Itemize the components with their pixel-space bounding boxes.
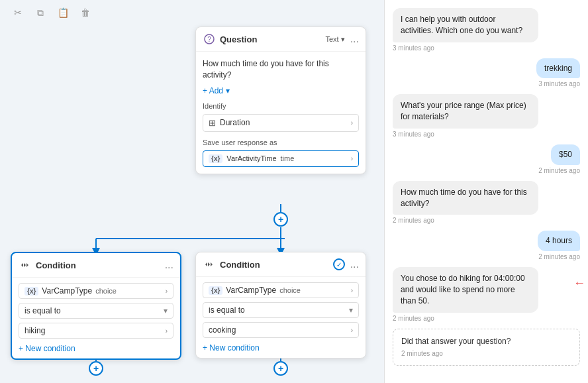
question-card: ? Question Text ▾ ... How much time do y… [195, 27, 366, 174]
cond-right-value-text: cooking [209, 325, 236, 335]
chat-row-7: You chose to do hiking for 04:00:00 and … [393, 267, 580, 321]
paste-icon[interactable]: 📋 [56, 5, 70, 20]
chat-row-3: What's your price range (Max price) for … [393, 94, 580, 138]
condition-left-menu[interactable]: ... [165, 259, 173, 271]
identify-value: Duration [220, 118, 250, 127]
add-button[interactable]: + Add ▾ [203, 86, 359, 95]
identify-label: Identify [203, 102, 359, 110]
chat-bottom-card: Did that answer your question? 2 minutes… [393, 329, 580, 366]
condition-right-menu[interactable]: ... [350, 258, 359, 270]
chat-row-2: trekking 3 minutes ago [393, 58, 580, 88]
plus-button-junction[interactable]: + [273, 212, 288, 227]
save-label: Save user response as [203, 138, 359, 146]
identify-row[interactable]: ⊞ Duration › [203, 114, 359, 132]
chat-time-5: 2 minutes ago [393, 217, 580, 224]
cond-right-equals-label: is equal to [209, 305, 245, 315]
var-name: VarActivityTime [226, 154, 276, 162]
plus-button-left-bottom[interactable]: + [89, 361, 103, 376]
cut-icon[interactable]: ✂ [11, 5, 25, 20]
condition-right-header-left: Condition [203, 258, 260, 271]
cond-left-equals-label: is equal to [24, 306, 61, 315]
question-menu[interactable]: ... [350, 33, 359, 45]
table-icon: ⊞ [209, 118, 216, 128]
cond-left-chevron: › [166, 288, 168, 295]
svg-text:?: ? [207, 36, 211, 43]
condition-right-body: {x} VarCampType choice › is equal to ▾ c… [196, 277, 366, 358]
condition-card-right: Condition ✓ ... {x} VarCampType choice ›… [195, 252, 366, 358]
chat-bubble-1: I can help you with outdoor activities. … [393, 8, 538, 42]
chat-bubble-2: trekking [536, 58, 580, 79]
condition-right-value[interactable]: cooking › [203, 322, 359, 338]
chat-row-1: I can help you with outdoor activities. … [393, 8, 580, 52]
condition-left-equals[interactable]: is equal to ▾ [19, 303, 173, 319]
save-row-left: {x} VarActivityTime time [209, 154, 294, 163]
save-row[interactable]: {x} VarActivityTime time › [203, 150, 359, 167]
chat-time-6: 2 minutes ago [538, 253, 580, 260]
cond-right-chevron: › [351, 287, 353, 294]
condition-right-equals[interactable]: is equal to ▾ [203, 302, 359, 318]
cond-left-value-text: hiking [24, 326, 45, 335]
identify-chevron: › [351, 119, 353, 127]
condition-right-title: Condition [220, 260, 260, 270]
chat-bubble-7: You chose to do hiking for 04:00:00 and … [393, 267, 538, 312]
question-header-left: ? Question [203, 32, 257, 46]
chat-row-7-container: You chose to do hiking for 04:00:00 and … [393, 267, 580, 321]
chat-bubble-8: Did that answer your question? [401, 336, 571, 347]
condition-left-body: {x} VarCampType choice › is equal to ▾ h… [12, 278, 180, 358]
condition-left-header-left: Condition [19, 258, 76, 272]
chat-bubble-4: $50 [551, 144, 580, 165]
chat-panel: I can help you with outdoor activities. … [384, 0, 588, 383]
condition-left-icon [19, 258, 32, 272]
condition-left-title: Condition [36, 260, 76, 270]
plus-button-right-bottom[interactable]: + [273, 361, 288, 376]
chat-time-4: 2 minutes ago [538, 167, 580, 174]
cond-right-choice: choice [279, 286, 301, 294]
new-condition-left-label: + New condition [19, 344, 75, 353]
chat-bubble-5: How much time do you have for this activ… [393, 181, 538, 215]
identify-row-left: ⊞ Duration [209, 118, 250, 128]
cond-right-var-name: VarCampType [226, 286, 276, 295]
chat-time-8: 2 minutes ago [401, 349, 571, 358]
cond-right-var-badge: {x} [209, 286, 222, 295]
condition-left-var-left: {x} VarCampType choice [24, 286, 117, 296]
chat-row-5: How much time do you have for this activ… [393, 181, 580, 225]
question-badge: Text ▾ [325, 35, 344, 44]
save-chevron: › [351, 155, 353, 162]
chat-row-6: 4 hours 2 minutes ago [393, 231, 580, 260]
toolbar: ✂ ⧉ 📋 🗑 [11, 5, 93, 20]
canvas-area: ✂ ⧉ 📋 🗑 [0, 0, 384, 383]
condition-right-var-left: {x} VarCampType choice [209, 286, 301, 295]
question-card-header: ? Question Text ▾ ... [196, 27, 366, 52]
chat-bubble-3: What's your price range (Max price) for … [393, 94, 538, 129]
condition-right-icon [203, 258, 216, 271]
cond-left-choice: choice [95, 287, 117, 295]
condition-card-left: Condition ... {x} VarCampType choice › i… [11, 252, 181, 360]
cond-left-var-badge: {x} [24, 287, 38, 296]
question-text: How much time do you have for this activ… [203, 58, 359, 81]
chat-time-2: 3 minutes ago [538, 80, 580, 87]
new-condition-right-label: + New condition [203, 343, 260, 353]
question-title: Question [220, 34, 257, 44]
condition-left-new-btn[interactable]: + New condition [19, 344, 173, 353]
cond-left-var-name: VarCampType [42, 286, 92, 296]
question-icon: ? [203, 32, 216, 46]
condition-left-header: Condition ... [12, 253, 180, 278]
chat-time-3: 3 minutes ago [393, 131, 580, 138]
condition-left-value[interactable]: hiking › [19, 323, 173, 339]
condition-right-header: Condition ✓ ... [196, 252, 366, 277]
var-badge: {x} [209, 154, 222, 163]
condition-right-var-row[interactable]: {x} VarCampType choice › [203, 282, 359, 298]
chat-time-1: 3 minutes ago [393, 44, 580, 52]
question-card-body: How much time do you have for this activ… [196, 52, 366, 174]
chat-time-7: 2 minutes ago [393, 315, 580, 322]
arrow-indicator: ← [573, 276, 585, 290]
chat-bubble-6: 4 hours [538, 231, 580, 251]
var-type: time [281, 154, 295, 162]
copy-icon[interactable]: ⧉ [33, 5, 48, 20]
chat-row-4: $50 2 minutes ago [393, 144, 580, 174]
delete-icon[interactable]: 🗑 [78, 5, 93, 20]
condition-left-var-row[interactable]: {x} VarCampType choice › [19, 283, 173, 299]
condition-right-new-btn[interactable]: + New condition [203, 343, 359, 353]
check-circle: ✓ [333, 258, 345, 270]
